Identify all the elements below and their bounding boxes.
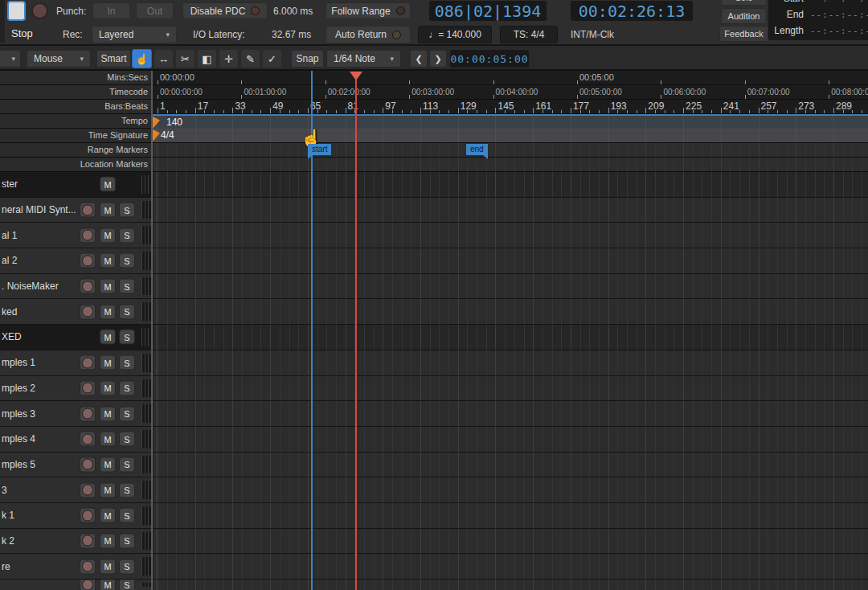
timecode-clock[interactable]: 00:02:26:13 [571,1,693,21]
record-arm-button[interactable] [80,580,96,590]
record-arm-button[interactable] [80,355,96,371]
punch-in-button[interactable]: In [92,2,130,19]
track-lane[interactable] [153,427,868,452]
solo-button[interactable]: S [119,432,135,447]
track-header[interactable]: al 1MS [0,223,153,248]
track-lane[interactable] [153,325,868,350]
stop-transport-button[interactable] [7,1,26,21]
solo-button[interactable]: S [119,304,135,319]
record-arm-button[interactable] [80,253,96,268]
mute-button[interactable]: M [100,482,116,498]
ruler-tempo[interactable]: Tempo 140 [0,114,868,129]
mute-button[interactable]: M [100,580,116,590]
range-tool-button[interactable]: ↔ [154,49,174,68]
track-lane[interactable] [153,223,868,248]
record-arm-button[interactable] [80,279,96,294]
mute-button[interactable]: M [100,533,116,548]
solo-button[interactable]: Solo [721,0,767,6]
track-lane[interactable] [153,376,868,401]
record-arm-button[interactable] [80,533,96,548]
track-header[interactable]: mples 3MS [0,401,153,426]
track-header[interactable]: mples 1MS [0,350,153,375]
mute-button[interactable]: M [100,253,116,268]
record-transport-button[interactable] [31,2,48,19]
mute-button[interactable]: M [100,559,116,574]
track-header[interactable]: kedMS [0,299,153,324]
rec-mode-dropdown[interactable]: Layered ▾ [92,26,177,43]
ruler-timecode[interactable]: Timecode 00:00:00:0000:01:00:0000:02:00:… [0,85,868,100]
track-header[interactable]: mples 5MS [0,453,153,477]
disable-pdc-button[interactable]: Disable PDC [182,2,268,19]
track-lane[interactable] [153,350,868,375]
ruler-range-markers-lane[interactable] [153,143,868,157]
track-header[interactable]: neral MIDI Synt...MS [0,198,153,223]
nudge-forward-button[interactable]: ❯ [429,50,447,68]
mute-button[interactable]: M [100,457,116,472]
record-arm-button[interactable] [80,304,96,319]
record-arm-button[interactable] [80,380,96,395]
edit-tool-button[interactable]: ✓ [262,49,282,68]
mute-button[interactable]: M [100,227,116,243]
solo-button[interactable]: S [119,457,135,472]
bbt-clock[interactable]: 086|02|1394 [429,1,547,21]
playhead-triangle-icon[interactable] [350,72,362,80]
track-header[interactable]: reMS [0,554,153,579]
solo-button[interactable]: S [119,355,135,371]
track-header[interactable]: XEDMS [0,325,153,350]
ruler-location-markers[interactable]: Location Markers [0,158,868,172]
solo-button[interactable]: S [119,330,135,345]
ruler-range-markers[interactable]: Range Markers [0,143,868,158]
record-arm-button[interactable] [80,432,96,447]
solo-button[interactable]: S [119,203,135,218]
ruler-timesig[interactable]: Time Signature 4/4 [0,129,868,143]
nudge-clock[interactable]: 00:00:05:00 [450,50,529,68]
timesig-value[interactable]: 4/4 [161,129,174,141]
record-arm-button[interactable] [80,203,96,218]
solo-button[interactable]: S [119,253,135,268]
ruler-bars[interactable]: Bars:Beats 11733496581971131291451611771… [0,100,868,114]
mute-button[interactable]: M [100,203,116,218]
header-timeline-separator[interactable] [151,71,153,590]
draw-tool-button[interactable]: ✎ [240,49,260,68]
track-lane[interactable] [153,580,868,590]
mute-button[interactable]: M [100,279,116,294]
record-arm-button[interactable] [80,508,96,523]
solo-button[interactable]: S [119,580,135,590]
track-lane[interactable] [153,529,868,554]
solo-button[interactable]: S [119,533,135,548]
playhead-line[interactable] [355,80,357,590]
stretch-tool-button[interactable]: ✛ [219,49,239,68]
ruler-bars-lane[interactable]: 1173349658197113129145161177193209225241… [153,100,868,113]
feedback-button[interactable]: Feedback [719,26,768,42]
tempo-marker-icon[interactable] [153,117,160,129]
end-marker-flag[interactable]: end [466,144,488,155]
cut-tool-button[interactable]: ✂ [175,49,195,68]
mute-button[interactable]: M [100,304,116,319]
snap-button[interactable]: Snap [291,50,324,68]
track-header[interactable]: . NoiseMakerMS [0,274,153,299]
solo-button[interactable]: S [119,380,135,395]
track-header[interactable]: sterM [0,172,153,197]
range-end-value[interactable]: --:--:--:-- [810,10,868,20]
track-lane[interactable] [153,274,868,299]
mouse-mode-dropdown[interactable]: Mouse ▾ [27,50,91,68]
record-arm-button[interactable] [80,559,96,574]
mute-button[interactable]: M [100,380,116,395]
cropped-dropdown[interactable]: ▾ [0,50,21,68]
ruler-minsecs[interactable]: Mins:Secs 00:00:0000:05:00 [0,71,868,85]
smart-mode-button[interactable]: Smart [96,50,131,68]
solo-button[interactable]: S [119,559,135,574]
mute-button[interactable]: M [100,508,116,523]
timesig-button[interactable]: TS: 4/4 [500,26,558,43]
mute-button[interactable]: M [100,177,116,192]
solo-button[interactable]: S [119,227,135,243]
ruler-timesig-lane[interactable]: 4/4 [153,129,868,142]
mute-button[interactable]: M [100,330,116,345]
tempo-button[interactable]: ♩= 140.000 [418,26,492,43]
ruler-minsecs-lane[interactable]: 00:00:0000:05:00 [153,71,868,84]
record-arm-button[interactable] [80,457,96,472]
ruler-tempo-lane[interactable]: 140 [153,114,868,129]
follow-range-button[interactable]: Follow Range [326,2,411,19]
audition-button[interactable]: Audition [721,8,767,24]
mute-button[interactable]: M [100,355,116,371]
